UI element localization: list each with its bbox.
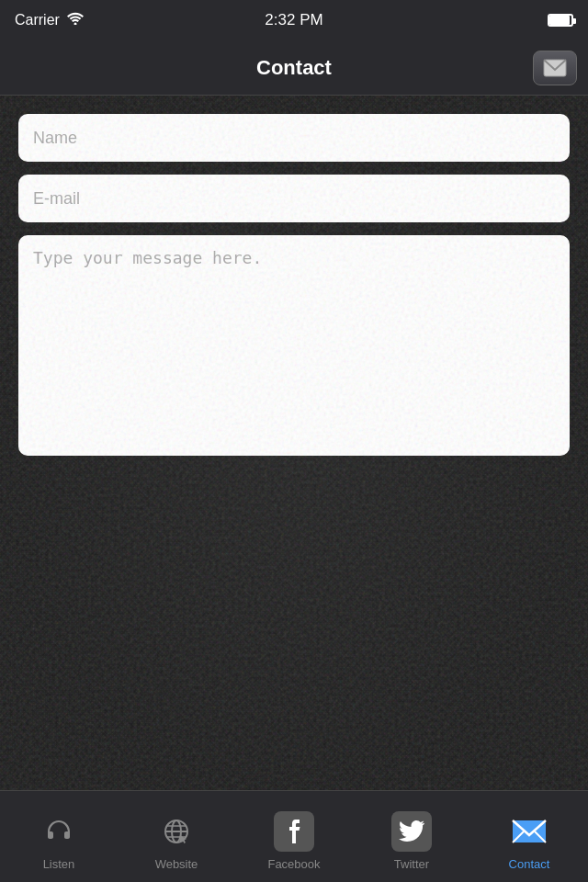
tab-label-listen: Listen — [43, 857, 75, 871]
status-time: 2:32 PM — [265, 11, 322, 29]
carrier-label: Carrier — [15, 12, 60, 28]
name-input[interactable] — [18, 114, 570, 162]
facebook-icon — [274, 811, 314, 852]
tab-item-twitter[interactable]: Twitter — [353, 802, 470, 871]
mail-icon — [543, 59, 567, 77]
twitter-icon — [391, 811, 432, 852]
tab-bar: Listen Website Facebook — [0, 790, 588, 882]
nav-bar: Contact — [0, 40, 588, 96]
tab-label-twitter: Twitter — [394, 857, 429, 871]
tab-item-website[interactable]: Website — [118, 802, 235, 871]
tab-label-facebook: Facebook — [267, 857, 320, 871]
tab-item-facebook[interactable]: Facebook — [235, 802, 353, 871]
globe-icon — [156, 811, 197, 852]
contact-mail-icon — [509, 811, 549, 852]
compose-mail-button[interactable] — [533, 51, 577, 85]
tab-label-contact: Contact — [509, 857, 550, 871]
tab-label-website: Website — [155, 857, 198, 871]
nav-title: Contact — [256, 56, 332, 80]
email-input[interactable] — [18, 175, 570, 222]
main-content — [0, 96, 588, 790]
tab-item-contact[interactable]: Contact — [470, 802, 588, 871]
message-input[interactable] — [18, 235, 570, 456]
status-bar: Carrier 2:32 PM — [0, 0, 588, 40]
headphone-icon — [39, 811, 79, 852]
tab-item-listen[interactable]: Listen — [0, 802, 118, 871]
battery-indicator — [548, 14, 573, 27]
wifi-icon — [67, 12, 84, 28]
svg-point-0 — [74, 23, 76, 26]
status-left: Carrier — [15, 12, 84, 28]
